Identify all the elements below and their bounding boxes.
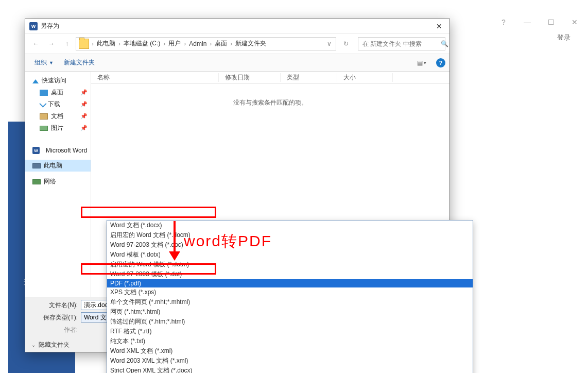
filetype-option[interactable]: Word 2003 XML 文档 (*.xml) (107, 356, 473, 366)
help-button[interactable]: ? (494, 16, 513, 28)
login-link[interactable]: 登录 (557, 33, 570, 42)
pin-icon: 📌 (80, 101, 88, 108)
hide-folders-toggle[interactable]: ⌄ 隐藏文件夹 (31, 341, 70, 349)
crumb-users[interactable]: 用户 (166, 38, 183, 50)
annotation-arrow-head (169, 251, 180, 261)
documents-icon (40, 113, 48, 120)
chevron-right-icon: › (162, 38, 166, 50)
annotation-arrow (174, 221, 176, 253)
hide-folders-label: 隐藏文件夹 (39, 341, 70, 349)
refresh-button[interactable]: ↻ (339, 37, 353, 50)
annotation-text: word转PDF (184, 231, 272, 252)
tree-network[interactable]: 网络 (25, 176, 91, 188)
breadcrumb[interactable]: › 此电脑 › 本地磁盘 (C:) › 用户 › Admin › 桌面 › 新建… (76, 37, 336, 50)
filetype-option[interactable]: 网页 (*.htm;*.html) (107, 307, 473, 317)
organize-button[interactable]: 组织 ▼ (29, 56, 59, 69)
crumb-drive[interactable]: 本地磁盘 (C:) (122, 38, 162, 50)
filetype-dropdown[interactable]: Word 文档 (*.docx)启用宏的 Word 文档 (*.docm)Wor… (107, 220, 473, 373)
tree-label: 下载 (48, 100, 60, 109)
pc-icon (32, 163, 41, 168)
pin-icon: 📌 (80, 125, 88, 131)
forward-button[interactable]: → (45, 37, 58, 50)
desktop-icon (40, 90, 48, 96)
filetype-option[interactable]: Strict Open XML 文档 (*.docx) (107, 366, 473, 373)
dialog-close-button[interactable]: ✕ (431, 21, 447, 32)
filetype-option[interactable]: Word 97-2003 文档 (*.doc) (107, 240, 473, 250)
chevron-down-icon[interactable]: ∨ (324, 40, 335, 47)
filetype-option[interactable]: Word XML 文档 (*.xml) (107, 346, 473, 356)
pictures-icon (40, 126, 48, 131)
tree-pictures[interactable]: 图片 📌 (25, 122, 91, 134)
save-as-dialog: W 另存为 ✕ ← → ↑ › 此电脑 › 本地磁盘 (C:) › 用户 › A… (25, 19, 450, 352)
tree-documents[interactable]: 文档 📌 (25, 110, 91, 122)
filetype-option[interactable]: 启用宏的 Word 模板 (*.dotm) (107, 260, 473, 269)
search-box[interactable]: 🔍 (358, 37, 445, 50)
chevron-right-icon: › (209, 38, 213, 50)
folder-icon (79, 39, 89, 49)
toolbar: 组织 ▼ 新建文件夹 ▤▾ ? (25, 54, 449, 72)
back-button[interactable]: ← (29, 37, 43, 50)
close-button[interactable]: ✕ (565, 16, 584, 28)
file-list-header: 名称 修改日期 类型 大小 (91, 72, 449, 84)
filetype-label: 保存类型(T): (27, 313, 81, 322)
chevron-right-icon: › (117, 38, 122, 50)
search-icon: 🔍 (441, 40, 448, 47)
tree-label: Microsoft Word (46, 147, 87, 154)
tree-downloads[interactable]: 下载 📌 (25, 98, 91, 110)
filetype-option[interactable]: RTF 格式 (*.rtf) (107, 327, 473, 336)
pin-icon: 📌 (80, 113, 88, 120)
chevron-down-icon: ▼ (49, 60, 54, 65)
filetype-option[interactable]: Word 97-2003 模板 (*.dot) (107, 269, 473, 279)
organize-label: 组织 (34, 58, 47, 67)
nav-row: ← → ↑ › 此电脑 › 本地磁盘 (C:) › 用户 › Admin › 桌… (25, 33, 449, 54)
filetype-option[interactable]: 筛选过的网页 (*.htm;*.html) (107, 317, 473, 327)
tree-this-pc[interactable]: 此电脑 (25, 160, 91, 172)
crumb-this-pc[interactable]: 此电脑 (95, 38, 117, 50)
tree-label: 此电脑 (44, 161, 62, 170)
col-size[interactable]: 大小 (337, 73, 393, 82)
window-controls: ? — ☐ ✕ (494, 16, 584, 28)
author-label: 作者: (27, 326, 81, 334)
chevron-down-icon: ⌄ (31, 342, 36, 348)
dialog-title: 另存为 (41, 22, 431, 30)
filetype-option[interactable]: Word 文档 (*.docx) (107, 221, 473, 230)
pin-icon: 📌 (80, 89, 88, 96)
word-backstage: ? — ☐ ✕ 登录 选项 W 另存为 ✕ ← → ↑ › 此电脑 › 本地磁盘… (0, 0, 588, 373)
tree-label: 网络 (44, 177, 56, 186)
chevron-right-icon: › (91, 38, 95, 50)
crumb-desktop[interactable]: 桌面 (213, 38, 229, 50)
maximize-button[interactable]: ☐ (542, 16, 560, 28)
up-button[interactable]: ↑ (60, 37, 74, 50)
filetype-option[interactable]: PDF (*.pdf) (107, 279, 473, 287)
star-icon (32, 76, 39, 83)
filetype-option[interactable]: 纯文本 (*.txt) (107, 336, 473, 346)
col-type[interactable]: 类型 (281, 73, 337, 82)
filetype-option[interactable]: Word 模板 (*.dotx) (107, 250, 473, 260)
col-date[interactable]: 修改日期 (219, 73, 281, 82)
minimize-button[interactable]: — (518, 16, 537, 28)
new-folder-button[interactable]: 新建文件夹 (59, 56, 100, 69)
network-icon (32, 179, 41, 184)
new-folder-label: 新建文件夹 (64, 58, 95, 67)
filetype-option[interactable]: 启用宏的 Word 文档 (*.docm) (107, 230, 473, 240)
tree-desktop[interactable]: 桌面 📌 (25, 87, 91, 98)
tree-quick-access[interactable]: 快速访问 (25, 75, 91, 87)
col-name[interactable]: 名称 (91, 73, 219, 82)
tree-msword[interactable]: W Microsoft Word (25, 145, 91, 156)
word-app-icon: W (29, 22, 38, 30)
filetype-option[interactable]: XPS 文档 (*.xps) (107, 287, 473, 297)
word-app-icon: W (32, 147, 40, 154)
help-icon[interactable]: ? (436, 58, 445, 67)
tree-label: 桌面 (51, 88, 63, 97)
dialog-titlebar: W 另存为 ✕ (25, 19, 449, 33)
downloads-icon (39, 100, 46, 107)
crumb-folder[interactable]: 新建文件夹 (233, 38, 268, 50)
tree-label: 图片 (51, 124, 63, 132)
filename-label: 文件名(N): (27, 301, 81, 310)
chevron-right-icon: › (229, 38, 233, 50)
search-input[interactable] (361, 40, 441, 48)
view-mode-button[interactable]: ▤▾ (411, 57, 432, 69)
folder-tree[interactable]: 快速访问 桌面 📌 下载 📌 文档 📌 (25, 72, 91, 297)
crumb-admin[interactable]: Admin (187, 38, 209, 50)
filetype-option[interactable]: 单个文件网页 (*.mht;*.mhtml) (107, 297, 473, 307)
